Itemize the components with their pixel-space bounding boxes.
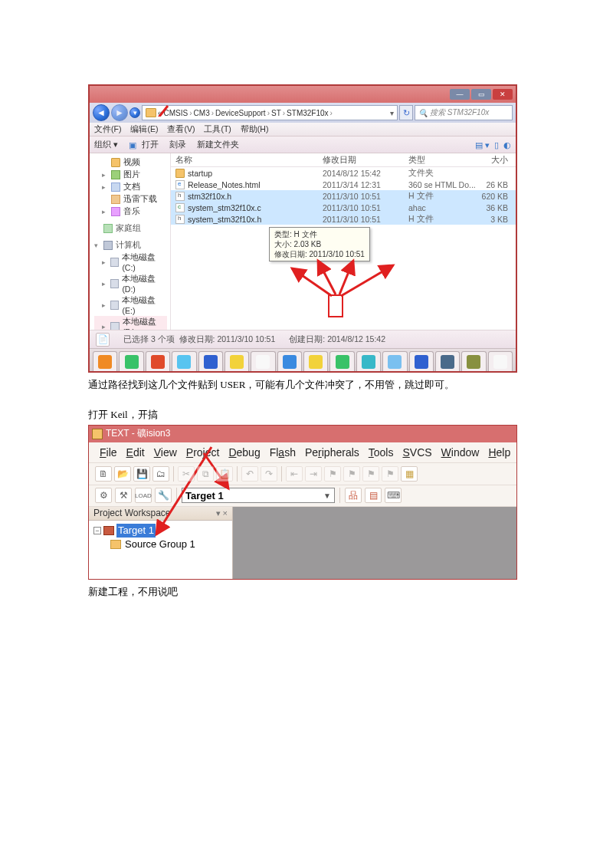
keil-menu-tools[interactable]: Tools [366,445,397,460]
tb-indent-left[interactable]: ⇤ [286,466,303,482]
preview-pane-button[interactable]: ▯ [494,140,499,150]
nav-item-documents[interactable]: 文档 [123,182,140,192]
tb-save[interactable]: 💾 [133,466,150,482]
refresh-button[interactable]: ↻ [399,105,413,120]
tb-indent-right[interactable]: ⇥ [305,466,322,482]
cmd-newfolder[interactable]: 新建文件夹 [197,140,239,150]
view-mode-button[interactable]: ▤ ▾ [475,140,490,150]
tb-build[interactable]: ⚙ [95,488,112,503]
breadcrumb[interactable]: CM3 [194,109,210,117]
file-row[interactable]: startup2014/8/12 15:42文件夹 [171,167,516,179]
menu-edit[interactable]: 编辑(E) [130,124,158,135]
menu-help[interactable]: 帮助(H) [241,124,269,135]
tb-undo[interactable]: ↶ [241,466,258,482]
nav-homegroup[interactable]: 家庭组 [116,223,141,234]
tb-target-options[interactable]: 🔧 [155,488,172,503]
nav-item-video[interactable]: 视频 [123,157,140,168]
tb-saveall[interactable]: 🗂 [152,466,169,482]
keil-menu-help[interactable]: Help [485,445,513,460]
breadcrumb[interactable]: CMSIS [164,109,188,117]
tb-bookmark-prev[interactable]: ⚑ [343,466,360,482]
tree-expand-icon[interactable]: − [93,527,101,534]
taskbar-item[interactable] [172,351,196,371]
tree-label-target[interactable]: Target 1 [116,524,156,538]
taskbar-item[interactable] [198,351,223,371]
keil-menu-peripherals[interactable]: Peripherals [302,445,362,460]
col-date[interactable]: 修改日期 [323,155,408,166]
taskbar-item[interactable] [303,351,328,371]
keil-menu-edit[interactable]: Edit [123,445,148,460]
tb-bookmark-next[interactable]: ⚑ [362,466,379,482]
taskbar-item[interactable] [119,351,143,371]
nav-computer[interactable]: 计算机 [116,240,141,251]
nav-history-button[interactable]: ▾ [129,107,140,118]
breadcrumb[interactable]: ST [271,109,281,117]
taskbar-item[interactable] [329,351,354,371]
address-dropdown-icon[interactable]: ▾ [390,109,394,117]
address-input[interactable]: « CMSIS› CM3› DeviceSupport› ST› STM32F1… [142,105,398,120]
explorer-titlebar[interactable]: — ▭ ✕ [90,86,516,103]
taskbar-item[interactable] [435,351,460,371]
taskbar-item[interactable] [146,351,170,371]
help-button[interactable]: ◐ [503,140,511,150]
window-close-button[interactable]: ✕ [493,89,513,100]
file-row[interactable]: stm32f10x.h2011/3/10 10:51H 文件620 KB [171,190,516,202]
nav-forward-button[interactable]: ► [111,104,128,121]
tb-redo[interactable]: ↷ [261,466,277,482]
nav-item-xunlei[interactable]: 迅雷下载 [123,194,157,205]
taskbar-item[interactable] [251,351,275,371]
nav-disk-e[interactable]: 本地磁盘 (E:) [122,295,167,315]
nav-item-music[interactable]: 音乐 [123,206,140,217]
tb-cut[interactable]: ✂ [178,466,195,482]
file-row[interactable]: system_stm32f10x.c2011/3/10 10:51ahac36 … [171,202,516,213]
keil-menu-svcs[interactable]: SVCS [399,445,434,460]
tb-paste[interactable]: 📋 [216,466,233,482]
search-input[interactable]: 🔍 搜索 STM32F10x [415,105,513,120]
target-combo[interactable]: Target 1 ▼ [182,488,335,503]
menu-file[interactable]: 文件(F) [94,124,121,135]
nav-disk-f[interactable]: 本地磁盘 (F:) [123,317,167,330]
taskbar-item[interactable] [488,351,513,371]
tree-root[interactable]: − Target 1 [93,524,228,538]
cmd-organize[interactable]: 组织 ▾ [94,140,118,150]
nav-disk-c[interactable]: 本地磁盘 (C:) [122,252,167,272]
tb-bookmark[interactable]: ⚑ [324,466,341,482]
keil-menu-view[interactable]: View [151,445,180,460]
menu-view[interactable]: 查看(V) [167,124,195,135]
tree-label-group[interactable]: Source Group 1 [123,538,197,551]
tb-open[interactable]: 📂 [114,466,131,482]
file-row[interactable]: system_stm32f10x.h2011/3/10 10:51H 文件3 K… [171,213,516,225]
breadcrumb[interactable]: DeviceSupport [215,109,266,117]
window-minimize-button[interactable]: — [450,89,470,100]
file-row[interactable]: Release_Notes.html2011/3/14 12:31360 se … [171,179,516,190]
keil-titlebar[interactable]: TEXT - 礦ision3 [89,426,516,442]
taskbar-item[interactable] [461,351,486,371]
taskbar-item[interactable] [382,351,407,371]
keil-menu-debug[interactable]: Debug [225,445,263,460]
keil-menu-window[interactable]: Window [438,445,483,460]
tb-download[interactable]: LOAD [135,488,152,503]
taskbar-item[interactable] [277,351,302,371]
taskbar-item[interactable] [409,351,434,371]
col-name[interactable]: 名称 [175,155,323,166]
tb-new[interactable]: 🗎 [95,466,112,482]
file-columns[interactable]: 名称 修改日期 类型 大小 [171,153,516,167]
keil-menu-project[interactable]: Project [183,445,223,460]
keil-menu-file[interactable]: File [97,445,120,460]
col-type[interactable]: 类型 [408,155,477,166]
col-size[interactable]: 大小 [477,155,511,166]
nav-disk-d[interactable]: 本地磁盘 (D:) [122,274,167,294]
tb-bookmark-clear[interactable]: ⚑ [382,466,398,482]
taskbar-item[interactable] [225,351,249,371]
taskbar-item[interactable] [356,351,381,371]
tree-child[interactable]: Source Group 1 [93,538,228,551]
nav-back-button[interactable]: ◄ [93,104,110,121]
tb-x3[interactable]: ⌨ [385,488,402,503]
cmd-burn[interactable]: 刻录 [169,140,186,150]
keil-menu-flash[interactable]: Flash [267,445,299,460]
menu-tools[interactable]: 工具(T) [204,124,231,135]
tb-x2[interactable]: ▤ [365,488,382,503]
tb-rebuild[interactable]: ⚒ [115,488,132,503]
tb-copy[interactable]: ⧉ [197,466,214,482]
tb-x1[interactable]: 品 [345,488,362,503]
